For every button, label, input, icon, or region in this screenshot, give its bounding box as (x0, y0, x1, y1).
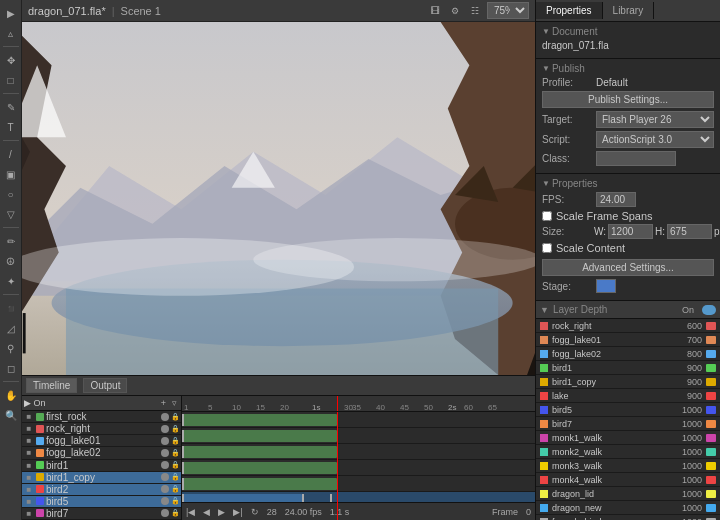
delete-layer-btn[interactable]: ▿ (170, 398, 179, 408)
layer-lock[interactable]: 🔒 (171, 497, 179, 505)
layer-visibility[interactable] (161, 473, 169, 481)
layer-depth-row[interactable]: dragon_new 1000 (536, 501, 720, 515)
layer-depth-row[interactable]: bird5 1000 (536, 403, 720, 417)
ld-layer-name: bird1 (552, 363, 663, 373)
layer-depth-row[interactable]: monk4_walk 1000 (536, 473, 720, 487)
tool-text[interactable]: T (2, 118, 20, 136)
layer-depth-row[interactable]: dragon_lid 1000 (536, 487, 720, 501)
layer-lock[interactable]: 🔒 (171, 449, 179, 457)
tool-deco[interactable]: ✦ (2, 272, 20, 290)
ld-layer-name: monk1_walk (552, 433, 663, 443)
settings-icon[interactable]: ⚙ (447, 3, 463, 19)
clip-icon[interactable]: 🎞 (427, 3, 443, 19)
layer-row[interactable]: ■ first_rock 🔒 (22, 411, 181, 423)
scale-frames-checkbox[interactable] (542, 211, 552, 221)
layer-depth-row[interactable]: monk3_walk 1000 (536, 459, 720, 473)
layer-row-selected[interactable]: ■ bird1_copy 🔒 (22, 472, 181, 484)
view-icon[interactable]: ☷ (467, 3, 483, 19)
ld-layer-name: bird1_copy (552, 377, 663, 387)
step-back-btn[interactable]: ◀ (203, 507, 210, 517)
tool-pen[interactable]: ✎ (2, 98, 20, 116)
layer-lock[interactable]: 🔒 (171, 413, 179, 421)
publish-arrow: ▼ (542, 64, 550, 73)
layer-visibility[interactable] (161, 449, 169, 457)
track-row (182, 476, 535, 492)
width-input[interactable] (608, 224, 653, 239)
ld-depth-value: 1000 (667, 461, 702, 471)
tool-eraser[interactable]: ◻ (2, 359, 20, 377)
advanced-settings-btn[interactable]: Advanced Settings... (542, 259, 714, 276)
tool-line[interactable]: / (2, 145, 20, 163)
fps-input[interactable] (596, 192, 636, 207)
stage-color-swatch[interactable] (596, 279, 616, 293)
layer-visibility[interactable] (161, 413, 169, 421)
class-input[interactable] (596, 151, 676, 166)
layer-depth-row[interactable]: bird7 1000 (536, 417, 720, 431)
step-fwd-btn[interactable]: ▶| (233, 507, 242, 517)
loop-btn[interactable]: ↻ (251, 507, 259, 517)
tool-poly[interactable]: ▽ (2, 205, 20, 223)
height-input[interactable] (667, 224, 712, 239)
tool-rect[interactable]: ▣ (2, 165, 20, 183)
ld-depth-value: 1000 (667, 517, 702, 521)
tool-eyedropper[interactable]: ⚲ (2, 339, 20, 357)
tool-bucket[interactable]: ◿ (2, 319, 20, 337)
play-btn[interactable]: ▶ (218, 507, 225, 517)
layer-depth-row[interactable]: fogg_lake02 800 (536, 347, 720, 361)
tab-output[interactable]: Output (83, 378, 127, 393)
layer-visibility[interactable] (161, 437, 169, 445)
layer-depth-row[interactable]: fogg_lake01 700 (536, 333, 720, 347)
layer-lock[interactable]: 🔒 (171, 437, 179, 445)
script-select[interactable]: ActionScript 3.0 (596, 131, 714, 148)
tool-gradient[interactable]: □ (2, 71, 20, 89)
layer-row-selected[interactable]: ■ bird5 🔒 (22, 496, 181, 508)
layer-visibility[interactable] (161, 461, 169, 469)
publish-settings-btn[interactable]: Publish Settings... (542, 91, 714, 108)
layer-visibility[interactable] (161, 425, 169, 433)
layer-depth-row[interactable]: bird1 900 (536, 361, 720, 375)
tab-properties[interactable]: Properties (536, 2, 603, 19)
layer-depth-row[interactable]: monk2_walk 1000 (536, 445, 720, 459)
layer-row[interactable]: ■ bird1 🔒 (22, 460, 181, 472)
add-layer-btn[interactable]: + (159, 398, 168, 408)
ld-layer-name: bird7 (552, 419, 663, 429)
tool-free-transform[interactable]: ✥ (2, 51, 20, 69)
layer-lock[interactable]: 🔒 (171, 485, 179, 493)
layer-depth-row[interactable]: bird1_copy 900 (536, 375, 720, 389)
ld-layer-name: lake (552, 391, 663, 401)
layer-color (36, 509, 44, 517)
layer-depth-toggle[interactable] (702, 305, 716, 315)
layer-visibility[interactable] (161, 485, 169, 493)
layer-row[interactable]: ■ fogg_lake02 🔒 (22, 447, 181, 459)
tab-timeline[interactable]: Timeline (26, 378, 77, 393)
tool-hand[interactable]: ✋ (2, 386, 20, 404)
goto-start-btn[interactable]: |◀ (186, 507, 195, 517)
layer-row[interactable]: ■ rock_right 🔒 (22, 423, 181, 435)
layer-depth-row[interactable]: rock_right 600 (536, 319, 720, 333)
layer-depth-row[interactable]: fogg_behind... 1000 (536, 515, 720, 520)
layer-depth-row[interactable]: lake 900 (536, 389, 720, 403)
layer-lock[interactable]: 🔒 (171, 473, 179, 481)
tool-inkbottle[interactable]: ◾ (2, 299, 20, 317)
tab-library[interactable]: Library (603, 2, 655, 19)
tool-subselect[interactable]: ▵ (2, 24, 20, 42)
tool-oval[interactable]: ○ (2, 185, 20, 203)
layer-row[interactable]: ■ fogg_lake01 🔒 (22, 435, 181, 447)
tool-pencil[interactable]: ✏ (2, 232, 20, 250)
tool-brush[interactable]: ☮ (2, 252, 20, 270)
layer-row[interactable]: ■ bird7 🔒 (22, 508, 181, 520)
tool-arrow[interactable]: ▶ (2, 4, 20, 22)
track-row (182, 444, 535, 460)
layer-row-selected[interactable]: ■ bird2 🔒 (22, 484, 181, 496)
layer-lock[interactable]: 🔒 (171, 425, 179, 433)
layer-visibility[interactable] (161, 497, 169, 505)
layer-visibility[interactable] (161, 509, 169, 517)
layer-lock[interactable]: 🔒 (171, 509, 179, 517)
layer-lock[interactable]: 🔒 (171, 461, 179, 469)
tool-zoom[interactable]: 🔍 (2, 406, 20, 424)
separator: | (112, 5, 115, 17)
layer-depth-row[interactable]: monk1_walk 1000 (536, 431, 720, 445)
target-select[interactable]: Flash Player 26 (596, 111, 714, 128)
scale-content-checkbox[interactable] (542, 243, 552, 253)
zoom-select[interactable]: 75% 50% 100% (487, 2, 529, 19)
